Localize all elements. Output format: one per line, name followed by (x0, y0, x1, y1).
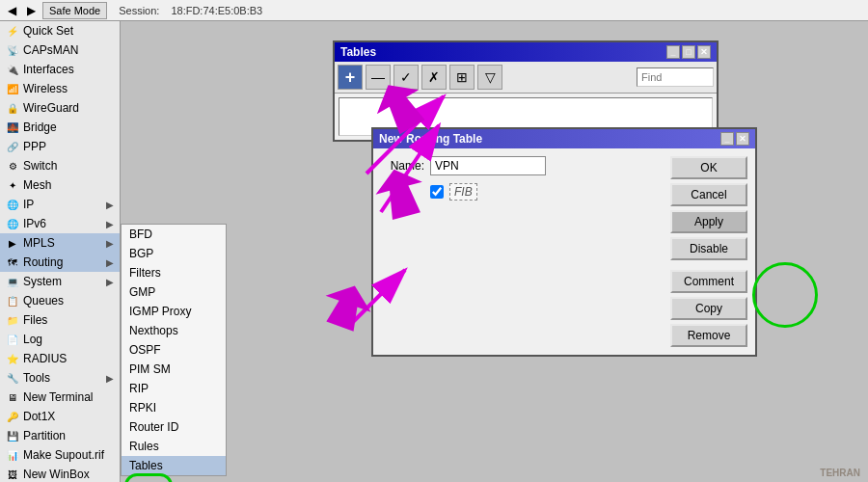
fib-label: FIB (449, 183, 477, 201)
tables-add-button[interactable]: + (338, 65, 363, 90)
tables-filter-button[interactable]: ▽ (477, 65, 502, 90)
sidebar-item-label: Files (23, 313, 47, 327)
dialog-window-controls: _ ✕ (720, 132, 749, 146)
tables-x-button[interactable]: ✗ (421, 65, 447, 90)
dialog-body: Name: FIB OK Cancel Apply Disable Commen… (373, 148, 755, 355)
sidebar-item-new-winbox[interactable]: 🖼 New WinBox (0, 465, 120, 482)
fib-checkbox[interactable] (430, 185, 444, 199)
sidebar-item-wireguard[interactable]: 🔒 WireGuard (0, 98, 120, 118)
name-field-row: Name: (381, 156, 663, 175)
sidebar-item-label: IP (23, 198, 34, 211)
sidebar-item-label: Wireless (23, 82, 68, 95)
sidebar-item-label: WireGuard (23, 101, 79, 115)
tables-copy-button[interactable]: ⊞ (449, 65, 475, 90)
submenu-item-rpki[interactable]: RPKI (122, 398, 226, 417)
switch-icon: ⚙ (6, 159, 19, 173)
apply-button[interactable]: Apply (670, 210, 747, 233)
remove-button[interactable]: Remove (670, 324, 747, 347)
tables-check-button[interactable]: ✓ (393, 65, 419, 90)
sidebar-item-label: CAPsMAN (23, 43, 78, 57)
sidebar-item-routing[interactable]: 🗺 Routing ▶ (0, 253, 120, 272)
cancel-button[interactable]: Cancel (670, 183, 747, 206)
sidebar-item-dot1x[interactable]: 🔑 Dot1X (0, 407, 120, 426)
dot1x-icon: 🔑 (6, 410, 19, 423)
submenu-item-tables[interactable]: Tables (122, 456, 226, 475)
sidebar-item-ipv6[interactable]: 🌐 IPv6 ▶ (0, 214, 120, 233)
sidebar-item-mpls[interactable]: ▶ MPLS ▶ (0, 233, 120, 253)
partition-icon: 💾 (6, 429, 19, 442)
dialog-buttons: OK Cancel Apply Disable Comment Copy Rem… (670, 156, 747, 347)
routing-submenu: BFD BGP Filters GMP IGMP Proxy Nexthops … (121, 224, 227, 476)
bridge-icon: 🌉 (6, 120, 19, 134)
tables-minimize-button[interactable]: _ (666, 45, 680, 59)
disable-button[interactable]: Disable (670, 237, 747, 260)
sidebar-item-log[interactable]: 📄 Log (0, 330, 120, 349)
sidebar-item-radius[interactable]: ⭐ RADIUS (0, 349, 120, 368)
sidebar-item-label: Tools (23, 371, 50, 385)
tables-maximize-button[interactable]: □ (682, 45, 695, 59)
forward-icon[interactable]: ▶ (23, 3, 39, 18)
sidebar-item-mesh[interactable]: ✦ Mesh (0, 175, 120, 195)
name-label: Name: (381, 159, 424, 173)
sidebar-item-quick-set[interactable]: ⚡ Quick Set (0, 21, 120, 40)
submenu-item-filters[interactable]: Filters (122, 263, 226, 282)
sidebar-item-system[interactable]: 💻 System ▶ (0, 272, 120, 291)
tables-remove-button[interactable]: — (366, 65, 391, 90)
sidebar-item-capsman[interactable]: 📡 CAPsMAN (0, 40, 120, 60)
session-id: 18:FD:74:E5:0B:B3 (171, 5, 262, 16)
submenu-item-pim-sm[interactable]: PIM SM (122, 360, 226, 379)
tables-toolbar: + — ✓ ✗ ⊞ ▽ (335, 62, 717, 94)
submenu-item-rip[interactable]: RIP (122, 379, 226, 398)
sidebar-item-label: MPLS (23, 236, 55, 250)
comment-button[interactable]: Comment (670, 270, 747, 293)
sidebar-item-partition[interactable]: 💾 Partition (0, 426, 120, 445)
name-input[interactable] (430, 156, 546, 175)
new-terminal-icon: 🖥 (6, 390, 19, 404)
mpls-icon: ▶ (6, 236, 19, 250)
submenu-item-ospf[interactable]: OSPF (122, 340, 226, 360)
tables-close-button[interactable]: ✕ (697, 45, 711, 59)
dialog-title: New Routing Table (379, 132, 482, 146)
sidebar-item-label: Mesh (23, 178, 51, 192)
dialog-minimize-button[interactable]: _ (720, 132, 734, 146)
submenu-item-igmp-proxy[interactable]: IGMP Proxy (122, 302, 226, 321)
submenu-item-gmp[interactable]: GMP (122, 282, 226, 302)
sidebar-item-label: Routing (23, 255, 63, 269)
sidebar: ⚡ Quick Set 📡 CAPsMAN 🔌 Interfaces 📶 Wir… (0, 21, 121, 482)
sidebar-item-ppp[interactable]: 🔗 PPP (0, 137, 120, 156)
submenu-item-rules[interactable]: Rules (122, 437, 226, 456)
submenu-item-bfd[interactable]: BFD (122, 225, 226, 244)
submenu-item-nexthops[interactable]: Nexthops (122, 321, 226, 340)
wireless-icon: 📶 (6, 82, 19, 95)
sidebar-item-label: Interfaces (23, 63, 74, 76)
routing-arrow: ▶ (106, 257, 114, 268)
sidebar-item-label: New WinBox (23, 468, 90, 481)
sidebar-item-make-supout[interactable]: 📊 Make Supout.rif (0, 445, 120, 465)
new-routing-table-dialog: New Routing Table _ ✕ Name: FIB OK Cance… (371, 127, 757, 357)
sidebar-item-new-terminal[interactable]: 🖥 New Terminal (0, 388, 120, 407)
sidebar-item-label: Log (23, 333, 42, 346)
sidebar-item-interfaces[interactable]: 🔌 Interfaces (0, 60, 120, 79)
sidebar-item-wireless[interactable]: 📶 Wireless (0, 79, 120, 98)
ip-arrow: ▶ (106, 200, 114, 210)
sidebar-item-tools[interactable]: 🔧 Tools ▶ (0, 368, 120, 388)
submenu-item-router-id[interactable]: Router ID (122, 417, 226, 437)
dialog-close-button[interactable]: ✕ (736, 132, 749, 146)
sidebar-item-label: System (23, 275, 62, 288)
safe-mode-button[interactable]: Safe Mode (42, 2, 107, 19)
sidebar-item-ip[interactable]: 🌐 IP ▶ (0, 195, 120, 214)
radius-icon: ⭐ (6, 352, 19, 365)
copy-button[interactable]: Copy (670, 297, 747, 320)
sidebar-item-queues[interactable]: 📋 Queues (0, 291, 120, 310)
system-icon: 💻 (6, 275, 19, 288)
wireguard-icon: 🔒 (6, 101, 19, 115)
sidebar-item-files[interactable]: 📁 Files (0, 310, 120, 330)
back-icon[interactable]: ◀ (4, 3, 19, 18)
ok-button[interactable]: OK (670, 156, 747, 179)
sidebar-item-label: IPv6 (23, 217, 46, 230)
new-winbox-icon: 🖼 (6, 468, 19, 481)
sidebar-item-bridge[interactable]: 🌉 Bridge (0, 118, 120, 137)
submenu-item-bgp[interactable]: BGP (122, 244, 226, 263)
tables-search-input[interactable] (637, 67, 714, 87)
sidebar-item-switch[interactable]: ⚙ Switch (0, 156, 120, 175)
